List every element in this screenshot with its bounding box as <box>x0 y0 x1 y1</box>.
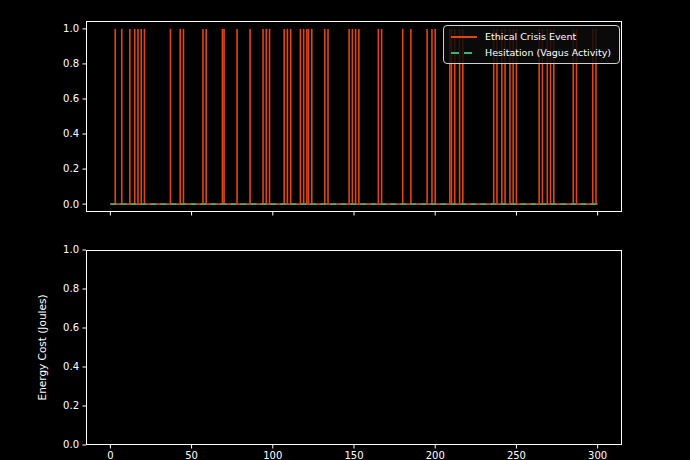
legend-entry-crisis: Ethical Crisis Event <box>451 31 611 42</box>
y-axis-label: Energy Cost (Joules) <box>36 242 49 454</box>
x-tick-label: 0 <box>107 450 113 460</box>
x-tick-label: 300 <box>588 450 607 460</box>
figure: 0.00.20.40.60.81.0 0501001502002503000.0… <box>0 0 690 460</box>
x-tick-label: 250 <box>507 450 526 460</box>
y-tick-label: 0.0 <box>63 199 79 210</box>
x-tick-label: 50 <box>185 450 198 460</box>
y-tick-label: 0.8 <box>63 58 79 69</box>
dashed-line-icon <box>451 51 477 55</box>
y-tick-label: 1.0 <box>63 244 79 255</box>
solid-line-icon <box>451 35 477 39</box>
y-tick-label: 0.6 <box>63 93 79 104</box>
x-tick-label: 100 <box>263 450 282 460</box>
y-tick-label: 1.0 <box>63 23 79 34</box>
legend-entry-hesitation: Hesitation (Vagus Activity) <box>451 47 611 58</box>
y-tick-label: 0.2 <box>63 400 79 411</box>
y-tick-label: 0.4 <box>63 128 79 139</box>
x-tick-label: 150 <box>344 450 363 460</box>
axes-frame <box>87 251 622 445</box>
legend-label-hesitation: Hesitation (Vagus Activity) <box>485 47 611 58</box>
legend: Ethical Crisis Event Hesitation (Vagus A… <box>443 25 620 64</box>
legend-label-crisis: Ethical Crisis Event <box>485 31 576 42</box>
y-tick-label: 0.2 <box>63 163 79 174</box>
y-tick-label: 0.0 <box>63 439 79 450</box>
y-tick-label: 0.4 <box>63 361 79 372</box>
y-tick-label: 0.8 <box>63 283 79 294</box>
bottom-axes: 0501001502002503000.00.20.40.60.81.0 <box>0 232 690 460</box>
y-tick-label: 0.6 <box>63 322 79 333</box>
x-tick-label: 200 <box>426 450 445 460</box>
